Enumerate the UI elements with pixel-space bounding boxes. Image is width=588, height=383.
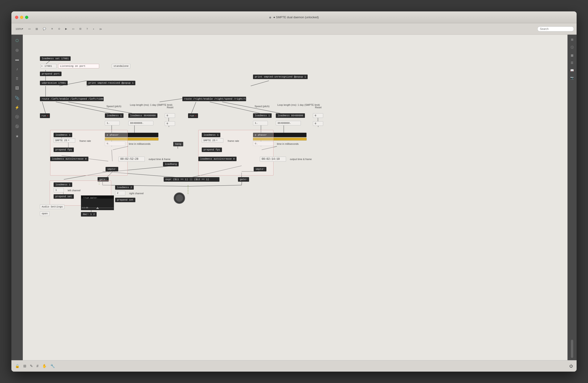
vertical-scrollbar[interactable] (571, 340, 573, 358)
bang-button[interactable] (174, 192, 185, 204)
svg-line-42 (188, 185, 242, 186)
reset-box-right[interactable]: 0 (313, 113, 323, 118)
right-icon-info[interactable]: ⓘ (570, 44, 575, 50)
val-864-right[interactable]: 86400000. (276, 121, 301, 125)
right-icon-columns[interactable]: ▦ (570, 53, 574, 58)
loadmess-1-speed-right: loadmess 1 (253, 113, 272, 118)
bottom-icon-power[interactable]: ⏻ (569, 364, 573, 368)
time-ms-label-right: time in milliseconds (275, 142, 300, 146)
dac-node: dac~ 1 2 (81, 212, 97, 216)
toolbar-btn-6[interactable]: ▶ (64, 27, 68, 31)
audio-settings-node[interactable]: Audio Settings (40, 205, 64, 209)
loadmess-864-right: loadmess 86400000 (276, 113, 305, 118)
bang-button-inner (176, 194, 183, 202)
reset-val-right[interactable]: 0 (313, 121, 323, 126)
bang-node[interactable]: bang (173, 142, 183, 146)
sidebar-icon-clip[interactable]: 📎 (14, 94, 21, 101)
speed-pitch-label-right: Speed (pitch) (253, 104, 271, 108)
output-tf-left: output time & frame (147, 157, 172, 161)
loadmess-1-speed-left: loadmess 1 (105, 113, 124, 118)
smpte-tilde-left: smpte~ (105, 167, 118, 171)
listening-on-port-label: Listening on port (58, 64, 99, 68)
loadmess-1-ch-left: loadmess 1 (54, 182, 72, 187)
loadmess-auto-right: loadmess autoincrease 0 (198, 157, 237, 161)
right-icon-camera[interactable]: 📷 (569, 75, 575, 81)
bottom-icon-copy[interactable]: ⊞ (23, 364, 26, 368)
val-864-left[interactable]: 86400000. (128, 121, 153, 125)
left-sidebar: ⬡ ◎ ▬ ♪ ⠿ 🖼 📎 ⚡ ⓥ ⓑ ★ (11, 35, 23, 360)
toolbar-btn-11[interactable]: ⌲ (98, 27, 103, 31)
smpte-dropdown-right[interactable]: SMPTE 25 ▼ (202, 138, 223, 143)
toolbar: 100% ▾ ▭ ▤ 💬 ✕ ⊙ ▶ ▭ ⊟ ? + ⌲ (11, 23, 577, 35)
speed-pitch-label-left: Speed (pitch) (105, 104, 123, 108)
minimize-button[interactable] (20, 16, 23, 19)
toolbar-btn-9[interactable]: ? (85, 27, 89, 31)
reset-val-left[interactable]: 0 (165, 121, 175, 126)
loadmess-1-sub-right: loadmess 1 (202, 133, 220, 137)
timecode-right[interactable]: 00:02:14:10 (260, 157, 286, 162)
prepend-port-node: prepend port (40, 72, 62, 76)
sidebar-icon-list[interactable]: ⠿ (14, 75, 21, 82)
udpreceive-node: udpreceive 17001 (40, 81, 68, 85)
val-2-ch-right[interactable]: 2 (115, 191, 125, 195)
toolbar-btn-7[interactable]: ▭ (71, 27, 76, 31)
right-icon-grid[interactable]: ⊞ (570, 37, 574, 42)
close-button[interactable] (15, 16, 18, 19)
window-title: ● SMPTE dual daemon (unlocked) (269, 16, 319, 19)
loop-length-label-right: Loop length (ms): 1 day (SMPTE limit) (276, 103, 308, 107)
sidebar-icon-layers[interactable]: ▬ (14, 56, 21, 63)
sidebar-icon-star[interactable]: ★ (14, 133, 21, 140)
toolbar-btn-4[interactable]: ✕ (50, 27, 54, 31)
val-1-ch-left[interactable]: 1 (54, 188, 64, 192)
main-area: ⬡ ◎ ▬ ♪ ⠿ 🖼 📎 ⚡ ⓥ ⓑ ★ (11, 35, 577, 360)
prepend-fps-left: prepend fps (54, 148, 74, 152)
right-icon-list[interactable]: ☰ (570, 60, 574, 65)
reset-label-right: Reset (313, 105, 323, 109)
run-right-node[interactable]: run ✕ (188, 113, 198, 118)
fullscreen-button[interactable] (25, 16, 28, 19)
bottom-icon-wrench[interactable]: 🔧 (50, 364, 55, 368)
sidebar-icon-music[interactable]: ♪ (14, 66, 21, 72)
val-1-right[interactable]: 1. (253, 121, 268, 125)
toolbar-btn-1[interactable]: ▭ (27, 27, 32, 31)
titlebar: ● SMPTE dual daemon (unlocked) (11, 11, 577, 23)
run-left-node[interactable]: run ✕ (40, 113, 50, 118)
toolbar-btn-5[interactable]: ⊙ (57, 27, 62, 31)
toolbar-btn-8[interactable]: ⊟ (78, 27, 83, 31)
reset-box-left[interactable]: 0 (165, 113, 175, 118)
zoom-control[interactable]: 100% ▾ (14, 27, 25, 31)
toolbar-btn-10[interactable]: + (91, 27, 96, 31)
bottom-icon-touch[interactable]: ✋ (42, 364, 47, 368)
main-window: ● SMPTE dual daemon (unlocked) 100% ▾ ▭ … (11, 11, 577, 372)
svg-line-3 (42, 102, 45, 113)
port-number-box[interactable]: 17001 (41, 64, 57, 68)
svg-line-10 (210, 102, 260, 113)
bottom-icon-text[interactable]: ✎ (30, 364, 33, 368)
sidebar-icon-target[interactable]: ◎ (14, 46, 21, 53)
prepend-fps-right: prepend fps (202, 148, 222, 152)
left-channel-label: left channel (66, 188, 82, 192)
open-node[interactable]: open (40, 211, 49, 216)
svg-line-12 (251, 81, 269, 86)
sidebar-icon-b[interactable]: ⓑ (14, 123, 21, 130)
frame-rate-label-left: frame rate (78, 139, 93, 143)
sidebar-icon-cube[interactable]: ⬡ (14, 37, 21, 44)
bottom-icon-grid[interactable]: # (37, 364, 39, 368)
val-1-left[interactable]: 1. (105, 121, 120, 125)
toolbar-btn-3[interactable]: 💬 (42, 27, 47, 31)
sidebar-icon-plug[interactable]: ⚡ (14, 104, 21, 111)
loadmess-set-node: loadmess set 17001 (40, 56, 71, 61)
right-icon-book[interactable]: 📖 (569, 68, 575, 73)
bottom-icon-lock[interactable]: 🔒 (15, 364, 20, 368)
live-gain-node[interactable]: live.gain~ 0.0 dB (81, 195, 114, 210)
smpte-tilde-right: smpte~ (254, 167, 266, 171)
toolbar-btn-2[interactable]: ▤ (34, 27, 39, 31)
sidebar-icon-v[interactable]: ⓥ (14, 113, 21, 120)
sidebar-icon-image[interactable]: 🖼 (14, 85, 21, 92)
output-tf-right: output time & frame (288, 157, 313, 161)
standalone-node: standalone (112, 64, 130, 68)
search-input[interactable] (537, 26, 574, 31)
timecode-left[interactable]: 00:02:52:28 (119, 157, 145, 162)
smpte-dropdown-left[interactable]: SMPTE 25 ▼ (54, 138, 75, 143)
right-sidebar: ⊞ ⓘ ▦ ☰ 📖 📷 (567, 35, 577, 360)
